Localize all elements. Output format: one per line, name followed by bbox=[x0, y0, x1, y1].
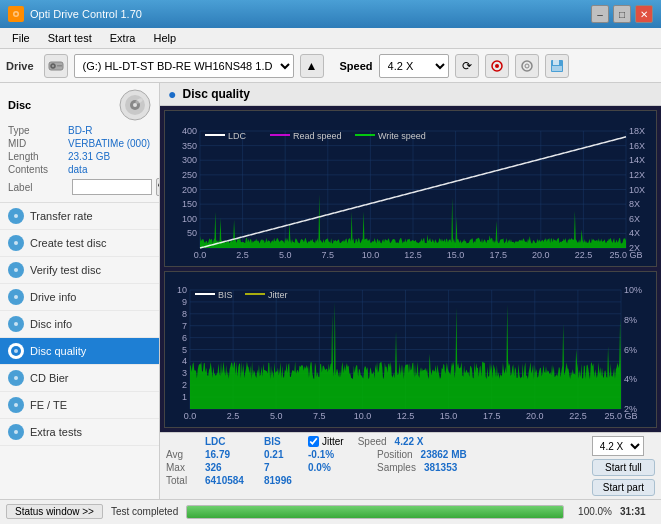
maximize-btn[interactable]: □ bbox=[613, 5, 631, 23]
jitter-check: Jitter bbox=[308, 436, 344, 447]
disc-label-row: Label ✎ bbox=[8, 178, 151, 196]
speed-selector-row: 4.2 X bbox=[592, 436, 655, 456]
status-text: Test completed bbox=[111, 506, 178, 517]
status-bar: Status window >> Test completed 100.0% 3… bbox=[0, 499, 661, 523]
svg-rect-13 bbox=[552, 66, 562, 71]
svg-point-22 bbox=[14, 241, 18, 245]
progress-fill bbox=[187, 506, 563, 518]
max-jitter: 0.0% bbox=[308, 462, 363, 473]
bottom-chart bbox=[164, 271, 657, 428]
content-area: ● Disc quality LDC BIS bbox=[160, 83, 661, 499]
max-row: Max 326 7 0.0% Samples 381353 bbox=[166, 462, 467, 473]
svg-point-8 bbox=[495, 64, 499, 68]
disc-contents-row: Contents data bbox=[8, 164, 151, 175]
burn-btn[interactable] bbox=[485, 54, 509, 78]
status-window-btn[interactable]: Status window >> bbox=[6, 504, 103, 519]
stat-labels-group: LDC BIS Jitter Speed 4.22 X Avg 16.79 0.… bbox=[166, 436, 467, 496]
speed-select[interactable]: 4.2 X bbox=[379, 54, 449, 78]
disc-panel: Disc Type BD-R MID VERBATIMe (000) Lengt… bbox=[0, 83, 159, 203]
svg-point-5 bbox=[52, 65, 54, 67]
nav-item-fe-te[interactable]: FE / TE bbox=[0, 392, 159, 419]
chart-icon: ● bbox=[168, 86, 176, 102]
svg-point-20 bbox=[14, 214, 18, 218]
svg-point-34 bbox=[14, 403, 18, 407]
title-bar: Opti Drive Control 1.70 – □ ✕ bbox=[0, 0, 661, 28]
disc-mid-value: VERBATIMe (000) bbox=[68, 138, 150, 149]
disc-mid-label: MID bbox=[8, 138, 68, 149]
speed-stat-val: 4.22 X bbox=[395, 436, 424, 447]
disc-contents-label: Contents bbox=[8, 164, 68, 175]
extra-tests-label: Extra tests bbox=[30, 426, 82, 438]
nav-item-disc-info[interactable]: Disc info bbox=[0, 311, 159, 338]
max-bis: 7 bbox=[264, 462, 304, 473]
stats-bar: LDC BIS Jitter Speed 4.22 X Avg 16.79 0.… bbox=[160, 432, 661, 499]
disc-contents-value: data bbox=[68, 164, 87, 175]
drive-label: Drive bbox=[6, 60, 34, 72]
fe-te-label: FE / TE bbox=[30, 399, 67, 411]
nav-item-drive-info[interactable]: Drive info bbox=[0, 284, 159, 311]
start-part-btn[interactable]: Start part bbox=[592, 479, 655, 496]
window-title: Opti Drive Control 1.70 bbox=[30, 8, 142, 20]
disc-length-row: Length 23.31 GB bbox=[8, 151, 151, 162]
refresh-btn[interactable]: ⟳ bbox=[455, 54, 479, 78]
progress-bar bbox=[186, 505, 564, 519]
max-label: Max bbox=[166, 462, 201, 473]
speed-selector[interactable]: 4.2 X bbox=[592, 436, 644, 456]
bis-jitter-chart bbox=[165, 272, 656, 427]
action-buttons: 4.2 X Start full Start part bbox=[592, 436, 655, 496]
minimize-btn[interactable]: – bbox=[591, 5, 609, 23]
main-layout: Disc Type BD-R MID VERBATIMe (000) Lengt… bbox=[0, 83, 661, 499]
transfer-rate-label: Transfer rate bbox=[30, 210, 93, 222]
disc-header: Disc bbox=[8, 89, 151, 121]
svg-point-30 bbox=[14, 349, 18, 353]
menu-extra[interactable]: Extra bbox=[102, 30, 144, 46]
drive-icon-btn bbox=[44, 54, 68, 78]
eject-btn[interactable]: ▲ bbox=[300, 54, 324, 78]
verify-btn[interactable] bbox=[515, 54, 539, 78]
verify-test-disc-icon bbox=[8, 262, 24, 278]
stat-bis-header: BIS bbox=[264, 436, 304, 447]
disc-length-value: 23.31 GB bbox=[68, 151, 110, 162]
disc-title: Disc bbox=[8, 99, 31, 111]
app-icon bbox=[8, 6, 24, 22]
fe-te-icon bbox=[8, 397, 24, 413]
nav-item-disc-quality[interactable]: Disc quality bbox=[0, 338, 159, 365]
nav-item-verify-test-disc[interactable]: Verify test disc bbox=[0, 257, 159, 284]
chart-title: Disc quality bbox=[182, 87, 249, 101]
menu-start-test[interactable]: Start test bbox=[40, 30, 100, 46]
menu-file[interactable]: File bbox=[4, 30, 38, 46]
avg-bis: 0.21 bbox=[264, 449, 304, 460]
svg-point-10 bbox=[525, 64, 529, 68]
nav-item-extra-tests[interactable]: Extra tests bbox=[0, 419, 159, 446]
avg-row: Avg 16.79 0.21 -0.1% Position 23862 MB bbox=[166, 449, 467, 460]
save-btn[interactable] bbox=[545, 54, 569, 78]
nav-item-cd-bier[interactable]: CD Bier bbox=[0, 365, 159, 392]
samples-val: 381353 bbox=[424, 462, 457, 473]
start-full-btn[interactable]: Start full bbox=[592, 459, 655, 476]
drive-select[interactable]: (G:) HL-DT-ST BD-RE WH16NS48 1.D3 bbox=[74, 54, 294, 78]
disc-icon bbox=[119, 89, 151, 121]
nav-item-transfer-rate[interactable]: Transfer rate bbox=[0, 203, 159, 230]
create-test-disc-icon bbox=[8, 235, 24, 251]
disc-info-label: Disc info bbox=[30, 318, 72, 330]
menu-bar: File Start test Extra Help bbox=[0, 28, 661, 49]
nav-item-create-test-disc[interactable]: Create test disc bbox=[0, 230, 159, 257]
jitter-checkbox[interactable] bbox=[308, 436, 319, 447]
disc-type-value: BD-R bbox=[68, 125, 92, 136]
cd-bier-icon bbox=[8, 370, 24, 386]
top-chart bbox=[164, 110, 657, 267]
cd-bier-label: CD Bier bbox=[30, 372, 69, 384]
svg-point-24 bbox=[14, 268, 18, 272]
disc-type-label: Type bbox=[8, 125, 68, 136]
close-btn[interactable]: ✕ bbox=[635, 5, 653, 23]
speed-label: Speed bbox=[340, 60, 373, 72]
disc-type-row: Type BD-R bbox=[8, 125, 151, 136]
svg-point-26 bbox=[14, 295, 18, 299]
position-label: Position bbox=[377, 449, 413, 460]
nav-items: Transfer rateCreate test discVerify test… bbox=[0, 203, 159, 446]
jitter-label: Jitter bbox=[322, 436, 344, 447]
charts-container bbox=[160, 106, 661, 432]
disc-label-input[interactable] bbox=[72, 179, 152, 195]
menu-help[interactable]: Help bbox=[145, 30, 184, 46]
disc-quality-icon bbox=[8, 343, 24, 359]
